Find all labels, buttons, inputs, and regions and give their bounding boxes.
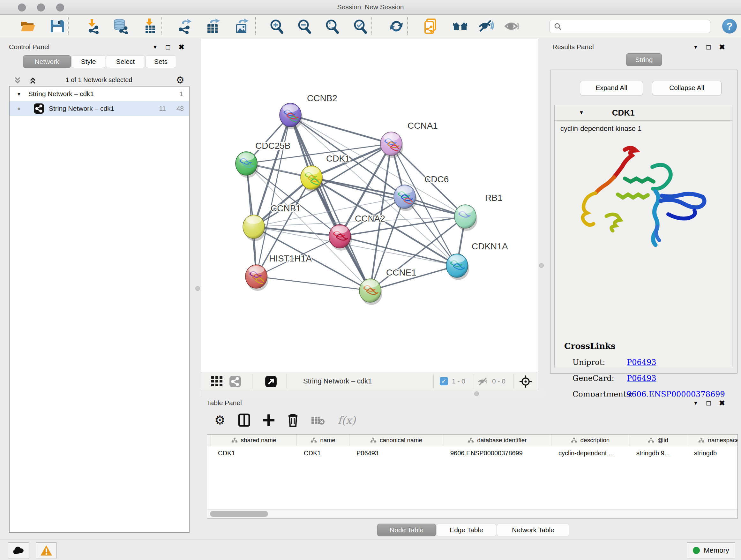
cell-description[interactable]: cyclin-dependent ... <box>551 449 629 457</box>
tab-network-table[interactable]: Network Table <box>497 523 569 537</box>
toolbar-separator <box>255 17 256 35</box>
node-CCNE1[interactable] <box>359 279 382 305</box>
tab-select[interactable]: Select <box>106 55 145 68</box>
import-network-database-icon[interactable] <box>112 18 129 34</box>
crosslink-value-link[interactable]: P06493 <box>627 374 657 383</box>
node-CCNA2[interactable] <box>329 225 352 251</box>
cell-shared-name[interactable]: CDK1 <box>211 449 297 457</box>
cell-namespace[interactable]: stringdb <box>687 449 738 457</box>
vertical-splitter[interactable] <box>538 39 545 390</box>
network-options-gear-icon[interactable]: ⚙ <box>176 74 185 85</box>
network-canvas[interactable]: CCNB2CCNA1CDC25BCDK1CDC6RB1CCNB1CCNA2CDK… <box>201 39 538 372</box>
first-neighbors-icon[interactable] <box>452 18 468 34</box>
column-header-shared-name[interactable]: shared name <box>211 435 297 446</box>
edge-CCNB2-RB1[interactable] <box>290 115 465 216</box>
node-CCNA1[interactable] <box>381 132 403 158</box>
cell-canonical-name[interactable]: P06493 <box>349 449 443 457</box>
cell-name[interactable]: CDK1 <box>297 449 349 457</box>
panel-close-icon[interactable]: ✖ <box>719 399 725 408</box>
node-CDKN1A[interactable] <box>446 254 469 280</box>
edge-CCNB2-HIST1H1A[interactable] <box>256 115 290 276</box>
column-header--id[interactable]: @id <box>629 435 687 446</box>
help-button[interactable]: ? <box>722 19 737 34</box>
zoom-in-icon[interactable] <box>268 18 285 34</box>
hide-selected-icon[interactable] <box>478 18 495 34</box>
export-table-icon[interactable] <box>205 18 221 34</box>
node-CDK1[interactable] <box>300 166 324 192</box>
crosslink-value-link[interactable]: P06493 <box>627 358 657 367</box>
delete-column-icon[interactable] <box>287 414 299 427</box>
zoom-out-icon[interactable] <box>296 18 313 34</box>
node-CDC6[interactable] <box>394 185 417 211</box>
export-network-icon[interactable] <box>176 18 193 34</box>
node-CCNB2[interactable] <box>280 103 302 129</box>
selected-checkbox[interactable]: ✓ <box>440 377 448 385</box>
table-options-gear-icon[interactable]: ⚙ <box>214 413 225 427</box>
scrollbar-thumb[interactable] <box>210 511 268 517</box>
create-column-icon[interactable] <box>262 414 275 427</box>
table-horizontal-scrollbar[interactable] <box>207 509 738 518</box>
expand-all-button[interactable]: Expand All <box>580 81 643 96</box>
bottom-splitter-handle[interactable] <box>474 391 479 396</box>
section-collapse-icon[interactable]: ▼ <box>579 110 584 116</box>
cell-database-identifier[interactable]: 9606.ENSP00000378699 <box>443 449 551 457</box>
column-header-canonical-name[interactable]: canonical name <box>349 435 443 446</box>
tab-string[interactable]: String <box>626 53 662 66</box>
tree-expand-icon[interactable]: ▼ <box>17 91 21 97</box>
export-image-icon[interactable] <box>233 18 250 34</box>
detach-view-icon[interactable] <box>265 375 277 388</box>
cell--id[interactable]: stringdb:9... <box>629 449 687 457</box>
grid-view-icon[interactable] <box>211 376 223 387</box>
zoom-fit-icon[interactable] <box>324 18 340 34</box>
gene-section-header[interactable]: ▼ CDK1 <box>555 105 732 121</box>
warnings-button[interactable] <box>36 543 57 558</box>
search-input[interactable] <box>562 23 704 30</box>
collapse-all-button[interactable]: Collapse All <box>652 81 722 96</box>
panel-float-icon[interactable]: □ <box>706 43 711 51</box>
memory-button[interactable]: Memory <box>687 543 735 558</box>
import-table-file-icon[interactable] <box>142 18 158 34</box>
network-row[interactable]: ● String Network – cdk1 11 48 <box>10 101 189 116</box>
column-header-description[interactable]: description <box>551 435 629 446</box>
show-all-icon[interactable] <box>504 18 521 34</box>
show-columns-icon[interactable] <box>238 414 250 427</box>
function-builder-icon[interactable]: f(x) <box>338 414 356 427</box>
edge-CCNB2-CCNA1[interactable] <box>290 115 391 144</box>
panel-float-icon[interactable]: □ <box>166 43 170 51</box>
node-CDC25B[interactable] <box>235 152 259 178</box>
edge-HIST1H1A-CCNE1[interactable] <box>256 276 370 291</box>
zoom-selected-icon[interactable] <box>352 18 368 34</box>
network-view-mode-icon[interactable] <box>229 375 241 388</box>
panel-close-icon[interactable]: ✖ <box>179 43 184 51</box>
panel-close-icon[interactable]: ✖ <box>719 43 725 51</box>
open-session-icon[interactable] <box>20 18 37 34</box>
panel-menu-icon[interactable]: ▼ <box>693 44 698 50</box>
tab-node-table[interactable]: Node Table <box>377 523 436 537</box>
right-splitter-handle[interactable] <box>539 263 544 268</box>
table-row[interactable]: CDK1CDK1P064939606.ENSP00000378699cyclin… <box>207 446 738 460</box>
column-header-name[interactable]: name <box>297 435 349 446</box>
column-header-database-identifier[interactable]: database identifier <box>443 435 551 446</box>
network-collection-row[interactable]: ▼ String Network – cdk1 1 <box>10 86 189 101</box>
column-header-namespace[interactable]: namespace <box>687 435 738 446</box>
refresh-view-icon[interactable] <box>388 18 405 34</box>
left-splitter-handle[interactable] <box>195 286 200 291</box>
cloud-status-button[interactable] <box>8 543 29 558</box>
delete-table-icon[interactable] <box>311 415 325 426</box>
tab-network[interactable]: Network <box>23 55 71 68</box>
node-HIST1H1A[interactable] <box>246 265 268 291</box>
node-table[interactable]: shared namenamecanonical namedatabase id… <box>207 434 738 518</box>
panel-menu-icon[interactable]: ▼ <box>693 400 698 406</box>
save-session-icon[interactable] <box>49 18 66 34</box>
duplicate-network-icon[interactable] <box>423 18 440 34</box>
node-RB1[interactable] <box>455 205 477 231</box>
tab-style[interactable]: Style <box>71 55 105 68</box>
network-graph[interactable]: CCNB2CCNA1CDC25BCDK1CDC6RB1CCNB1CCNA2CDK… <box>201 39 538 372</box>
search-box[interactable] <box>549 20 711 33</box>
tab-sets[interactable]: Sets <box>145 55 176 68</box>
tab-edge-table[interactable]: Edge Table <box>436 523 496 537</box>
panel-menu-icon[interactable]: ▼ <box>152 44 158 50</box>
import-network-file-icon[interactable] <box>84 18 100 34</box>
fit-content-crosshair-icon[interactable] <box>519 375 532 388</box>
panel-float-icon[interactable]: □ <box>706 399 711 408</box>
